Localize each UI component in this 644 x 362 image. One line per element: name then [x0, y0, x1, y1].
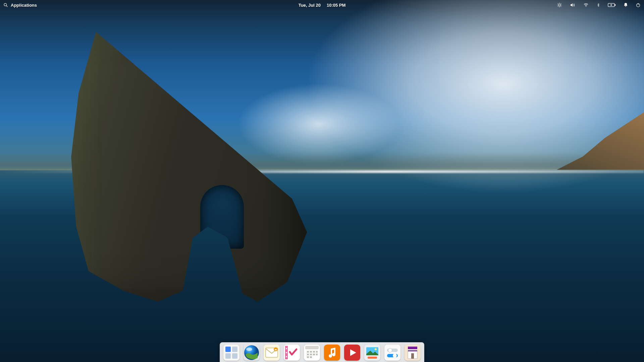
applications-label: Applications: [11, 3, 37, 8]
search-icon: [3, 3, 8, 7]
videos-icon[interactable]: [344, 345, 360, 361]
svg-rect-36: [307, 351, 309, 353]
svg-rect-21: [232, 347, 237, 352]
svg-point-52: [375, 348, 377, 350]
svg-rect-54: [384, 345, 400, 361]
svg-rect-45: [310, 356, 312, 358]
calendar-icon[interactable]: [304, 345, 320, 361]
svg-rect-23: [232, 353, 237, 359]
svg-rect-14: [615, 4, 615, 6]
notifications-icon[interactable]: [623, 2, 628, 8]
svg-point-0: [4, 3, 7, 6]
svg-marker-11: [571, 3, 573, 7]
svg-rect-37: [310, 351, 312, 353]
multitasking-view-icon[interactable]: [223, 345, 239, 361]
svg-point-31: [286, 348, 287, 349]
svg-point-25: [246, 348, 252, 351]
svg-line-7: [558, 3, 558, 4]
svg-rect-41: [310, 354, 312, 355]
bluetooth-icon[interactable]: [596, 2, 600, 8]
svg-rect-42: [313, 354, 315, 355]
svg-point-56: [388, 348, 392, 352]
svg-rect-53: [368, 357, 377, 359]
power-icon[interactable]: [636, 2, 641, 8]
svg-rect-35: [305, 346, 319, 349]
night-light-icon[interactable]: [557, 2, 562, 8]
svg-line-8: [561, 6, 561, 7]
tasks-icon[interactable]: [284, 345, 300, 361]
web-browser-icon[interactable]: [244, 345, 260, 361]
desktop-wallpaper: [0, 0, 644, 362]
svg-rect-40: [307, 354, 309, 355]
mail-icon[interactable]: [264, 345, 280, 361]
battery-icon[interactable]: [608, 3, 616, 7]
svg-line-1: [6, 6, 8, 7]
svg-rect-22: [225, 353, 231, 359]
applications-menu[interactable]: Applications: [3, 3, 37, 8]
svg-rect-44: [307, 356, 309, 358]
svg-point-32: [286, 352, 287, 353]
wifi-icon[interactable]: [583, 2, 589, 8]
wallpaper-rock-arch: [200, 185, 244, 249]
svg-line-10: [561, 3, 561, 4]
panel-date: Tue, Jul 20: [299, 3, 321, 8]
svg-rect-61: [408, 347, 417, 351]
dock: [220, 342, 424, 362]
appcenter-icon[interactable]: [405, 345, 421, 361]
top-panel: Applications Tue, Jul 20 10:05 PM: [0, 0, 644, 10]
panel-indicators: [557, 2, 641, 8]
panel-time: 10:05 PM: [327, 3, 345, 8]
photos-icon[interactable]: [364, 345, 380, 361]
volume-icon[interactable]: [570, 2, 576, 8]
svg-rect-38: [313, 351, 315, 353]
svg-rect-39: [316, 351, 318, 353]
svg-rect-63: [411, 353, 414, 359]
svg-point-12: [586, 6, 586, 7]
svg-rect-62: [408, 349, 417, 350]
svg-rect-20: [225, 347, 231, 352]
music-icon[interactable]: [324, 345, 340, 361]
svg-point-2: [558, 4, 560, 6]
svg-line-9: [558, 6, 558, 7]
svg-rect-43: [316, 354, 318, 355]
system-settings-icon[interactable]: [384, 345, 400, 361]
clock-menu[interactable]: Tue, Jul 20 10:05 PM: [299, 3, 346, 8]
svg-point-58: [393, 354, 397, 358]
svg-point-33: [286, 356, 287, 357]
